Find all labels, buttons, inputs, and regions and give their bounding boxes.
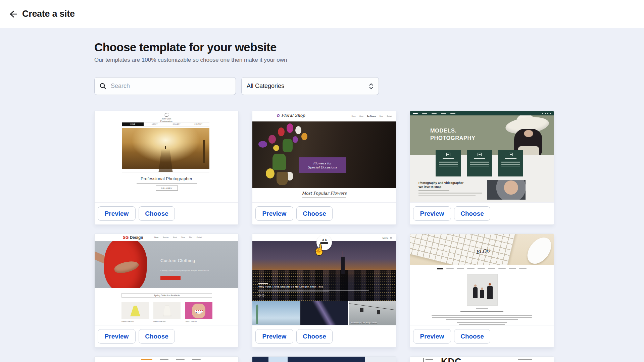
preview-button[interactable]: Preview (98, 329, 136, 344)
hamburger-icon: ≡ (390, 236, 392, 240)
mini-post-title: Why Your Titles Should Be No Longer Than… (258, 285, 369, 288)
category-selected-value: All Categories (247, 83, 284, 90)
template-card-models: MODELS. PHOTOGRAPHY Photography and Vide… (410, 111, 554, 225)
mini-body-text: Photography and Videographer We love to … (418, 181, 482, 196)
preview-button[interactable]: Preview (255, 329, 293, 344)
card-actions: Preview Choose (410, 203, 554, 224)
template-thumbnail-floral: ✿Floral Shop Home About Our Flowers Stor… (252, 111, 396, 203)
mini-nav (141, 359, 201, 360)
search-icon (99, 83, 106, 90)
mini-post-overlay: Why Your Titles Should Be No Longer Than… (258, 283, 369, 297)
mini-brand: KDC (441, 357, 462, 362)
template-grid: John Clark Photographer HOME ABOUT GALLE… (94, 111, 644, 362)
mini-nav: Home Services About Store Blog Contact (154, 237, 202, 239)
choose-button[interactable]: Choose (454, 206, 490, 221)
preview-button[interactable]: Preview (255, 206, 293, 221)
back-button[interactable] (5, 7, 20, 21)
mini-nav: HOME ABOUT GALLERY CONTACT (122, 122, 209, 126)
choose-button[interactable]: Choose (139, 206, 175, 221)
mini-section-title: Most Popular Flowers (252, 191, 396, 196)
mini-logo-name: John Clark (95, 118, 238, 120)
choose-button[interactable]: Choose (454, 329, 490, 344)
mini-nav-active-cell (268, 357, 288, 362)
mini-thumbnail-row: Welcome to Our Blog Feature (252, 301, 396, 325)
template-thumbnail-partial-2 (252, 357, 396, 362)
mini-banner: Spring Collection Available (121, 293, 212, 298)
text-line (418, 190, 449, 191)
mini-product-row: Dress Collection Dress Collection Swim C… (121, 302, 212, 322)
card-actions: Preview Choose (252, 325, 396, 347)
preview-button[interactable]: Preview (98, 206, 136, 221)
mini-nav (410, 268, 554, 269)
template-card-partial-3: KDC Preview Choose (410, 356, 554, 362)
mini-hero-title: MODELS. PHOTOGRAPHY (430, 127, 475, 142)
text-line (258, 290, 369, 291)
carousel-arrows (258, 294, 369, 297)
card-actions: Preview Choose (95, 325, 238, 347)
flower-icon: ✿ (277, 113, 280, 118)
page-title: Create a site (22, 9, 75, 19)
choose-button[interactable]: Choose (296, 329, 333, 344)
mini-hero-subtitle: Creating custom clothing designs for all… (160, 269, 211, 272)
choose-button[interactable]: Choose (139, 329, 175, 344)
text-line (418, 193, 482, 194)
main-content: Choose template for your website Our tem… (0, 41, 644, 362)
template-thumbnail-blog: BLOG (410, 234, 554, 325)
mini-nav (410, 111, 554, 115)
text-line (426, 359, 433, 360)
filter-row: All Categories (94, 77, 644, 95)
mouse-shape (523, 234, 554, 265)
mini-thumb-caption: Welcome to Our Blog Feature (351, 322, 377, 324)
statue-of-liberty-thumb (252, 301, 300, 325)
card-actions: Preview Choose (410, 325, 554, 347)
template-thumbnail-travel-blog: Menu ≡ ▲▲ Why Your Titles Should Be No L… (252, 234, 396, 325)
night-sky-thumb (300, 301, 348, 325)
mini-gallery-button: GALLERY (156, 186, 178, 191)
mini-nav: Home About Our Flowers Store Contact (352, 115, 392, 117)
category-select[interactable]: All Categories (241, 77, 379, 95)
aperture-logo-icon (164, 113, 169, 117)
mini-hero-keyboard-photo: BLOG (410, 234, 554, 265)
keyboard-shape (410, 234, 516, 265)
text-line (410, 308, 554, 309)
arrow-left-icon (8, 10, 17, 18)
section-heading: Choose template for your website (94, 41, 644, 54)
hand-cursor-icon: ☝ (312, 243, 326, 257)
select-stepper-icon (369, 83, 374, 90)
top-bar: Create a site (0, 0, 644, 28)
card-actions: Preview Choose (252, 203, 396, 224)
text-line (410, 311, 554, 312)
text-line (302, 197, 346, 198)
search-box[interactable] (94, 77, 236, 95)
image-icon (478, 153, 482, 156)
mini-brand: ✿Floral Shop (277, 113, 305, 118)
document-icon (446, 153, 450, 156)
mini-hero-title: Professional Photographer (95, 176, 238, 181)
ski-lift-thumb: Welcome to Our Blog Feature (349, 301, 396, 325)
text-line (137, 183, 197, 184)
mini-hero-title: Custom Clothing (160, 258, 195, 263)
template-card-partial-2: Preview Choose (252, 356, 396, 362)
template-thumbnail-partial-1 (95, 357, 238, 362)
mini-hero-field-photo (122, 128, 209, 169)
preview-button[interactable]: Preview (413, 206, 451, 221)
camera-icon (509, 153, 513, 156)
template-thumbnail-photographer: John Clark Photographer HOME ABOUT GALLE… (95, 111, 238, 203)
mini-brand: SG Design (123, 235, 143, 240)
preview-button[interactable]: Preview (413, 329, 451, 344)
mini-hero-bouquet-photo: Flowers for Special Occasions (252, 121, 396, 188)
text-line (418, 195, 476, 196)
choose-button[interactable]: Choose (296, 206, 333, 221)
template-card-travel-blog: Menu ≡ ▲▲ Why Your Titles Should Be No L… (252, 234, 396, 348)
mini-hero: MODELS. PHOTOGRAPHY (410, 115, 554, 155)
social-icons (542, 113, 551, 114)
mountains-icon: ▲▲ (316, 238, 332, 241)
text-line (410, 322, 554, 325)
mini-feature-cards (436, 150, 523, 176)
mini-cta-button (160, 276, 181, 280)
search-input[interactable] (110, 82, 231, 90)
template-thumbnail-partial-3: KDC (410, 357, 554, 362)
text-line (258, 292, 329, 292)
template-thumbnail-models: MODELS. PHOTOGRAPHY Photography and Vide… (410, 111, 554, 203)
section-subheading: Our templates are 100% customizable so c… (94, 57, 644, 63)
